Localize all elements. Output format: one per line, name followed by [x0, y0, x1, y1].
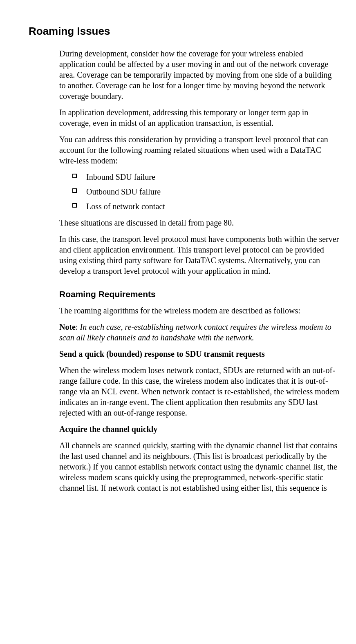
- list-item-text: Outbound SDU failure: [86, 187, 161, 196]
- main-content: During development, consider how the cov…: [59, 48, 340, 493]
- sub-heading: Acquire the channel quickly: [59, 424, 340, 434]
- paragraph: When the wireless modem loses network co…: [59, 365, 340, 418]
- paragraph: During development, consider how the cov…: [59, 48, 340, 101]
- paragraph: In application development, addressing t…: [59, 107, 340, 128]
- note-paragraph: Note: In each case, re-establishing netw…: [59, 322, 340, 343]
- sub-heading: Send a quick (bounded) response to SDU t…: [59, 349, 340, 359]
- bullet-list: Inbound SDU failure Outbound SDU failure…: [59, 172, 340, 212]
- list-item-text: Loss of network contact: [86, 202, 165, 211]
- bullet-square-icon: [72, 188, 77, 193]
- list-item: Outbound SDU failure: [59, 186, 340, 197]
- list-item: Loss of network contact: [59, 201, 340, 212]
- paragraph: In this case, the transport level protoc…: [59, 234, 340, 276]
- bullet-square-icon: [72, 174, 77, 178]
- note-colon: :: [76, 322, 80, 331]
- section-heading: Roaming Requirements: [59, 288, 340, 300]
- paragraph: These situations are discussed in detail…: [59, 217, 340, 228]
- list-item-text: Inbound SDU failure: [86, 172, 155, 181]
- note-text: In each case, re-establishing network co…: [59, 322, 331, 342]
- page-title: Roaming Issues: [16, 25, 340, 38]
- paragraph: All channels are scanned quickly, starti…: [59, 440, 340, 493]
- paragraph: You can address this consideration by pr…: [59, 134, 340, 166]
- note-label: Note: [59, 322, 76, 331]
- list-item: Inbound SDU failure: [59, 172, 340, 182]
- bullet-square-icon: [72, 203, 77, 208]
- paragraph: The roaming algorithms for the wireless …: [59, 305, 340, 316]
